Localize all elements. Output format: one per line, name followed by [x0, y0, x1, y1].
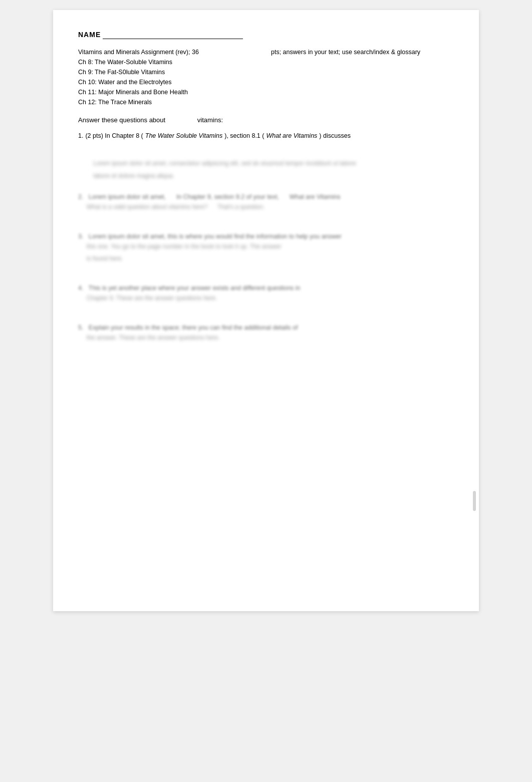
assignment-title: Vitamins and Minerals Assignment (rev); …	[78, 47, 261, 57]
scrollbar[interactable]	[473, 491, 476, 511]
q1-section-title: What are Vitamins	[266, 131, 317, 141]
answer-these-text: Answer these questions about	[78, 116, 165, 124]
name-line: NAME	[78, 30, 454, 39]
blurred-text-1-line2: labore et dolore magna aliqua.	[93, 171, 454, 181]
q1-section-prefix: ), section 8.1 (	[224, 131, 264, 141]
document-page: NAME Vitamins and Minerals Assignment (r…	[53, 10, 479, 611]
blurred-text-5-line2: the answer. These are the answer questio…	[78, 333, 454, 343]
blurred-text-3-line2: this one. You go to the page number in t…	[78, 242, 454, 251]
blurred-text-4-line2: Chapter 9. These are the answer question…	[78, 294, 454, 303]
blurred-section-1: Lorem ipsum dolor sit amet, consectetur …	[78, 159, 454, 180]
blurred-number-4: 4. This is yet another place where your …	[78, 285, 454, 292]
answer-intro-line: Answer these questions about vitamins:	[78, 116, 454, 124]
blurred-section-4: 4. This is yet another place where your …	[78, 285, 454, 303]
header-section: Vitamins and Minerals Assignment (rev); …	[78, 47, 454, 107]
blurred-section-2: 2. Lorem ipsum dolor sit amet, In Chapte…	[78, 193, 454, 212]
q1-suffix: ) discusses	[319, 131, 351, 141]
header-right: pts; answers in your text; use search/in…	[261, 47, 454, 107]
ch12: Ch 12: The Trace Minerals	[78, 97, 261, 107]
q1-number: 1.	[78, 131, 83, 141]
blurred-text-2-line2: What is a valid question about vitamins …	[78, 202, 454, 212]
blurred-number-3: 3. Lorem ipsum dolor sit amet, this is w…	[78, 233, 454, 240]
question-1-row: 1. (2 pts) In Chapter 8 ( The Water Solu…	[78, 131, 454, 141]
blurred-text-1-line1: Lorem ipsum dolor sit amet, consectetur …	[93, 159, 454, 168]
header-left: Vitamins and Minerals Assignment (rev); …	[78, 47, 261, 107]
blurred-number-2: 2. Lorem ipsum dolor sit amet, In Chapte…	[78, 193, 454, 200]
pts-note: pts; answers in your text; use search/in…	[271, 47, 454, 57]
name-field[interactable]	[103, 30, 243, 39]
vitamins-label: vitamins:	[197, 116, 223, 124]
blurred-text-3-line3: is found here.	[78, 254, 454, 264]
ch9: Ch 9: The Fat-S0luble Vitamins	[78, 67, 261, 77]
ch11: Ch 11: Major Minerals and Bone Health	[78, 87, 261, 97]
blurred-section-5: 5. Explain your results in the space; th…	[78, 324, 454, 343]
ch8: Ch 8: The Water-Soluble Vitamins	[78, 57, 261, 67]
name-label: NAME	[78, 31, 101, 39]
blurred-number-5: 5. Explain your results in the space; th…	[78, 324, 454, 331]
ch10: Ch 10: Water and the Electrolytes	[78, 77, 261, 87]
q1-chapter-title: The Water Soluble Vitamins	[145, 131, 222, 141]
blurred-section-3: 3. Lorem ipsum dolor sit amet, this is w…	[78, 233, 454, 264]
q1-prefix: (2 pts) In Chapter 8 (	[85, 131, 143, 141]
